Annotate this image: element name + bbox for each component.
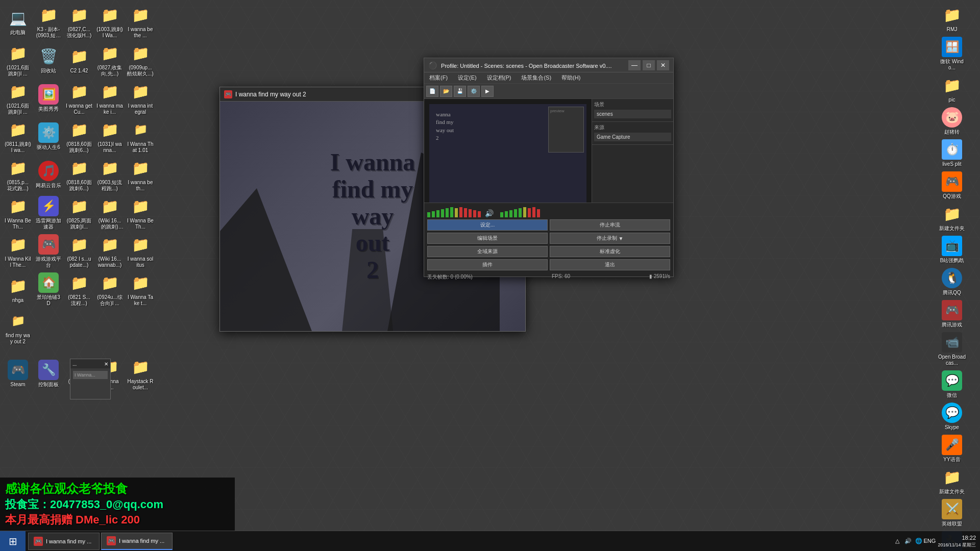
desktop-icon-iwanna-bethe[interactable]: 📁 I wanna be the ... <box>125 3 156 41</box>
obs-source-item[interactable]: Game Capture <box>594 133 671 141</box>
desktop-icon-skype[interactable]: 💬 Skype <box>926 400 977 433</box>
desktop-icon-gameplatform[interactable]: 🎮 游戏游戏平台 <box>33 232 64 270</box>
desktop-icon-newfolder2[interactable]: 📁 新建文件夹 <box>926 465 977 497</box>
desktop-icon-weixin[interactable]: 💬 微信 <box>926 368 977 400</box>
obs-btn-stop-rec[interactable]: 停止录制▼ <box>550 233 670 244</box>
desktop-icon-windows[interactable]: 🪟 微软 Windo... <box>926 35 977 73</box>
taskbar-icon-2: 🎮 <box>107 536 116 545</box>
desktop-icon-iwanna-take[interactable]: 📁 I Wanna Take t... <box>125 270 156 309</box>
desktop-icon-082s[interactable]: 📁 (082 I s...update...) <box>64 232 94 270</box>
desktop-icon-rmj[interactable]: 📁 RMJ <box>926 3 977 35</box>
taskbar-item-2[interactable]: 🎮 I wanna find my ... <box>101 533 173 550</box>
obs-tool-new[interactable]: 📄 <box>426 86 438 97</box>
obs-menu-settings[interactable]: 设定(E) <box>455 73 480 83</box>
taskbar-start[interactable]: ⊞ <box>0 531 26 552</box>
desktop-icon-0821s[interactable]: 📁 (0821 S...流程...) <box>64 270 94 309</box>
desktop-icon-pic[interactable]: 📁 pic <box>926 73 977 105</box>
mini-popup-close[interactable]: ✕ <box>104 361 108 367</box>
desktop-icon-qqgame[interactable]: 🎮 QQ游戏 <box>926 169 977 202</box>
desktop-icon-0909[interactable]: 📁 (0909up...酷炫耐久...) <box>125 41 156 79</box>
obs-btn-scale[interactable]: 标准虚化 <box>550 246 670 257</box>
obs-menu-scenes[interactable]: 场景集合(S) <box>518 73 554 83</box>
tray-icon-volume[interactable]: 🔊 <box>904 537 912 545</box>
obs-maximize[interactable]: □ <box>643 60 655 70</box>
obs-fps: FPS: 60 <box>552 273 570 281</box>
desktop-icon-driver[interactable]: ⚙️ 驱动人生6 <box>33 117 64 156</box>
desktop-icon-obs[interactable]: 📹 Open Broadcas... <box>926 330 977 368</box>
desktop-icon-tencentgames[interactable]: 🎮 腾讯游戏 <box>926 298 977 330</box>
desktop-icon-iwanna-sol[interactable]: 📁 I wanna solitus <box>125 232 156 270</box>
desktop-icon-wanna-that[interactable]: 📁 I Wanna That 1.01 <box>125 117 156 156</box>
desktop-icon-tencentqq[interactable]: 🐧 腾讯QQ <box>926 266 977 298</box>
desktop-icon-yyvoice[interactable]: 🎤 YY语音 <box>926 433 977 465</box>
desktop-icon-wiki16[interactable]: 📁 (Wiki 16...的跳刺) W... <box>94 194 125 232</box>
obs-btn-stop-stream[interactable]: 停止串流 <box>550 219 670 231</box>
desktop-icon-0815[interactable]: 📁 (0815,p...花式跑...) <box>3 156 33 194</box>
desktop-icon-0818b[interactable]: 📁 (0818,60面跳刺6...) <box>64 156 94 194</box>
desktop-icon-1021b[interactable]: 📁 (1021,6面跳刺)I ... <box>3 79 33 117</box>
icon-label: 驱动人生6 <box>37 144 60 151</box>
tray-icon-network[interactable]: 🌐 <box>915 537 923 545</box>
clock-area[interactable]: 18:22 2016/11/14 星期三 <box>938 534 976 548</box>
desktop-icon-0924[interactable]: 📁 (0924u...综合向)I ... <box>94 270 125 309</box>
obs-close[interactable]: ✕ <box>657 60 669 70</box>
desktop-icon-0827c[interactable]: 📁 (0827,C...强化版H...) <box>64 3 94 41</box>
obs-menu-file[interactable]: 档案(F) <box>426 73 451 83</box>
obs-tool-start[interactable]: ▶ <box>481 86 494 97</box>
desktop-icon-iwanna-integral[interactable]: 📁 I wanna integral <box>125 79 156 117</box>
desktop-icon-wiki16b[interactable]: 📁 (Wiki 16... wannab...) <box>94 232 125 270</box>
desktop-icon-computer[interactable]: 💻 此电脑 <box>3 3 33 41</box>
desktop-icon-iwanna-beth[interactable]: 📁 I wanna be th... <box>125 156 156 194</box>
desktop-icon-iwanna-kill[interactable]: 📁 I Wanna Kill The... <box>3 232 33 270</box>
tray-icon-expand[interactable]: △ <box>893 537 901 545</box>
obs-scene-item[interactable]: scenes <box>594 110 671 118</box>
desktop-icon-0827shou[interactable]: 📁 (0827,收集向,先...) <box>94 41 125 79</box>
desktop-icon-0825[interactable]: 📁 (0825,两面跳刺)I... <box>64 194 94 232</box>
desktop-icon-1003[interactable]: 📁 (1003,跳刺)I Wa... <box>94 3 125 41</box>
taskbar-item-1[interactable]: 🎮 I wanna find my ... <box>28 533 100 550</box>
desktop-icon-heroleague[interactable]: ⚔️ 英雄联盟 <box>926 497 977 529</box>
desktop-icon-iwanna-beTh[interactable]: 📁 I Wanna Be Th... <box>3 194 33 232</box>
desktop-icon-jingpo[interactable]: 🏠 景珀地铺3D <box>33 270 64 309</box>
desktop-icon-recycle[interactable]: 🗑️ 回收站 <box>33 41 64 79</box>
desktop-icon-xunlei[interactable]: ⚡ 迅雷网游加速器 <box>33 194 64 232</box>
obs-btn-settings[interactable]: 设定... <box>427 219 548 231</box>
obs-btn-plugin[interactable]: 插件 <box>427 259 548 270</box>
icon-label: QQ游戏 <box>943 193 961 199</box>
tray-icon-lang[interactable]: ENG <box>925 537 934 545</box>
desktop-icon-bsite[interactable]: 📺 B站强鹦鹉 <box>926 234 977 266</box>
desktop-icon-c2[interactable]: 📁 C2 1.42 <box>64 41 94 79</box>
desktop-icon-0903[interactable]: 📁 (0903,短流程跑...) <box>94 156 125 194</box>
desktop-icon-1021[interactable]: 📁 (1021,6面跳刺)I ... <box>3 41 33 79</box>
obs-menu-help[interactable]: 帮助(H) <box>558 73 583 83</box>
icon-label: Steam <box>11 382 26 388</box>
desktop-icon-controlpanel[interactable]: 🔧 控制面板 <box>33 355 64 393</box>
desktop-icon-1031[interactable]: 📁 (1031)I wanna... <box>94 117 125 156</box>
obs-btn-exit[interactable]: 退出 <box>550 259 670 270</box>
game-title-text: I wanna find my way out 2 <box>330 149 415 284</box>
icon-label: 游戏游戏平台 <box>35 256 62 268</box>
obs-tool-settings2[interactable]: ⚙️ <box>468 86 480 97</box>
obs-tool-save[interactable]: 💾 <box>454 86 466 97</box>
obs-menu-profile[interactable]: 设定档(P) <box>484 73 514 83</box>
desktop-icon-nhga[interactable]: 📁 nhga <box>3 270 33 309</box>
desktop-icon-newfolder[interactable]: 📁 新建文件夹 <box>926 202 977 234</box>
desktop-icon-k3[interactable]: 📁 K3 - 副本-(0903,短流程难... <box>33 3 64 41</box>
desktop-icon-haystack[interactable]: 📁 Haystack Roulet... <box>125 355 156 393</box>
desktop-icon-0811[interactable]: 📁 (0811,跳刺)I wa... <box>3 117 33 156</box>
desktop-icon-iwanna-getcu[interactable]: 📁 I wanna get Cu... <box>64 79 94 117</box>
desktop-icon-findmywayout2[interactable]: 📁 find my way out 2 <box>3 309 33 347</box>
desktop-icon-zhuzhuguan[interactable]: 🐷 赵猪转 <box>926 105 977 137</box>
desktop-icon-iwanna-beTh2[interactable]: 📁 I Wanna Be Th... <box>125 194 156 232</box>
desktop-icon-meitu[interactable]: 🖼️ 美图秀秀 <box>33 79 64 117</box>
icon-label: (1021,6面跳刺)I ... <box>5 103 31 115</box>
desktop-icon-0818[interactable]: 📁 (0818,60面跳刺6...) <box>64 117 94 156</box>
desktop-icon-wangyi[interactable]: 🎵 网易云音乐 <box>33 156 64 194</box>
obs-btn-edit-scene[interactable]: 编辑场景 <box>427 233 548 244</box>
desktop-icon-livesplit[interactable]: ⏱️ liveS plit <box>926 137 977 169</box>
obs-btn-all-mute[interactable]: 全域来源 <box>427 246 548 257</box>
obs-minimize[interactable]: — <box>628 60 641 70</box>
desktop-icon-steam[interactable]: 🎮 Steam <box>3 355 33 393</box>
obs-tool-open[interactable]: 📂 <box>440 86 452 97</box>
desktop-icon-iwanna-make[interactable]: 📁 I wanna make i... <box>94 79 125 117</box>
